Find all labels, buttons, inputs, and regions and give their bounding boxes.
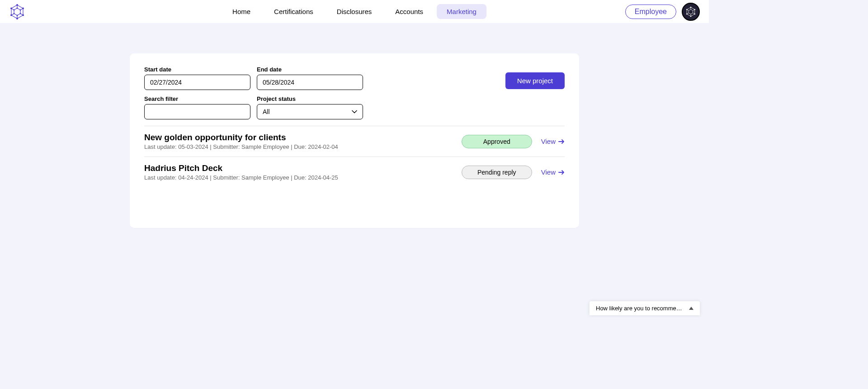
start-date-field[interactable] xyxy=(150,79,245,86)
main-nav: Home Certifications Disclosures Accounts… xyxy=(222,4,486,19)
main-content: Start date End date Search filte xyxy=(0,24,709,228)
new-project-button[interactable]: New project xyxy=(505,72,565,89)
svg-point-31 xyxy=(690,15,692,17)
view-link[interactable]: View xyxy=(541,138,565,145)
arrow-right-icon xyxy=(558,138,565,145)
svg-point-13 xyxy=(10,7,12,9)
start-date-input[interactable] xyxy=(144,75,250,90)
project-title: Hadrius Pitch Deck xyxy=(144,163,338,173)
svg-point-10 xyxy=(22,14,24,16)
project-row: New golden opportunity for clients Last … xyxy=(144,126,565,157)
svg-point-14 xyxy=(17,7,18,9)
nav-certifications[interactable]: Certifications xyxy=(264,4,323,19)
arrow-right-icon xyxy=(558,169,565,176)
status-badge: Approved xyxy=(462,135,532,148)
start-date-label: Start date xyxy=(144,66,250,73)
feedback-text: How likely are you to recommen… xyxy=(596,305,684,312)
svg-marker-21 xyxy=(689,9,693,14)
svg-point-30 xyxy=(694,13,695,14)
svg-point-18 xyxy=(14,13,15,14)
employee-button[interactable]: Employee xyxy=(625,5,676,19)
avatar[interactable] xyxy=(682,3,700,21)
svg-point-15 xyxy=(20,9,21,10)
svg-point-12 xyxy=(10,14,12,16)
project-status-select[interactable]: All xyxy=(257,104,363,119)
project-status-label: Project status xyxy=(257,95,363,102)
svg-point-9 xyxy=(22,7,24,9)
end-date-field[interactable] xyxy=(263,79,357,86)
svg-point-29 xyxy=(694,9,695,10)
project-meta: Last update: 04-24-2024 | Submitter: Sam… xyxy=(144,174,338,181)
header: Home Certifications Disclosures Accounts… xyxy=(0,0,709,24)
filters: Start date End date Search filte xyxy=(144,66,363,119)
filters-row: Start date End date Search filte xyxy=(144,66,565,119)
avatar-icon xyxy=(685,6,696,17)
logo-icon xyxy=(9,4,25,20)
end-date-label: End date xyxy=(257,66,363,73)
view-label: View xyxy=(541,138,556,145)
expand-up-icon xyxy=(689,307,693,310)
svg-point-32 xyxy=(686,13,688,14)
projects-card: Start date End date Search filte xyxy=(130,53,579,228)
project-meta: Last update: 05-03-2024 | Submitter: Sam… xyxy=(144,143,338,150)
status-badge: Pending reply xyxy=(462,166,532,179)
svg-point-28 xyxy=(690,6,692,8)
app-logo[interactable] xyxy=(9,4,25,20)
header-right: Employee xyxy=(625,3,700,21)
nav-accounts[interactable]: Accounts xyxy=(385,4,433,19)
view-link[interactable]: View xyxy=(541,168,565,176)
nav-disclosures[interactable]: Disclosures xyxy=(327,4,382,19)
project-title: New golden opportunity for clients xyxy=(144,133,338,142)
end-date-input[interactable] xyxy=(257,75,363,90)
project-row: Hadrius Pitch Deck Last update: 04-24-20… xyxy=(144,157,565,187)
svg-marker-1 xyxy=(14,8,20,15)
feedback-widget[interactable]: How likely are you to recommen… xyxy=(590,301,700,315)
project-status-value: All xyxy=(263,108,270,115)
svg-point-16 xyxy=(20,13,21,14)
svg-point-19 xyxy=(14,9,15,10)
svg-point-33 xyxy=(686,9,688,10)
svg-point-8 xyxy=(16,4,18,6)
nav-marketing[interactable]: Marketing xyxy=(437,4,486,19)
svg-point-11 xyxy=(16,18,18,19)
nav-home[interactable]: Home xyxy=(222,4,260,19)
search-filter-label: Search filter xyxy=(144,95,250,102)
view-label: View xyxy=(541,168,556,176)
search-filter-field[interactable] xyxy=(150,108,245,115)
chevron-down-icon xyxy=(352,109,357,114)
svg-point-17 xyxy=(17,14,18,16)
project-list: New golden opportunity for clients Last … xyxy=(144,126,565,187)
search-filter-input[interactable] xyxy=(144,104,250,119)
